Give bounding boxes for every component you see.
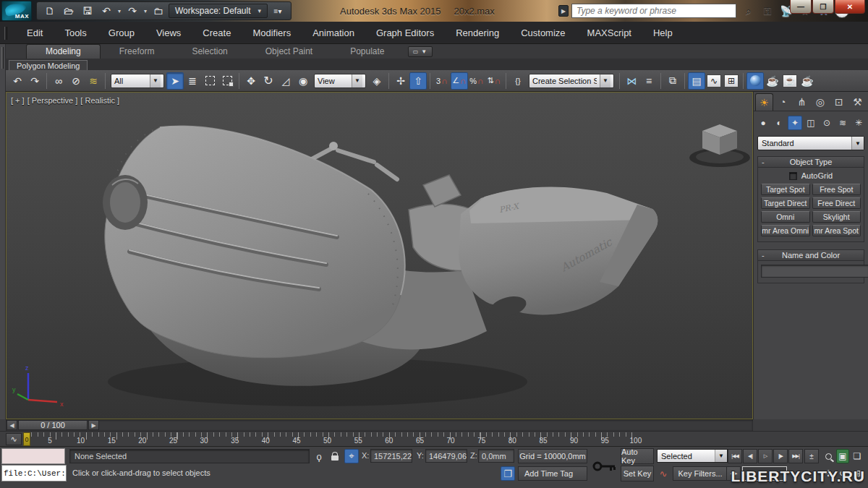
autogrid-checkbox[interactable] — [789, 172, 797, 180]
ribbon-tab-selection[interactable]: Selection — [173, 45, 246, 59]
isolate-selection-icon[interactable]: ❐ — [501, 466, 515, 481]
search-icon[interactable]: ⌕ — [741, 3, 757, 19]
named-selection-set-dropdown[interactable]: Create Selection Se ▼ — [529, 74, 614, 88]
menu-item[interactable]: Customize — [510, 22, 576, 43]
ribbon-overflow-icon[interactable]: ▭ ▼ — [408, 46, 433, 57]
space-warps-category-icon[interactable]: ≋ — [835, 116, 850, 130]
open-file-icon[interactable]: 🗁 — [60, 3, 77, 19]
undo-flyout-caret[interactable]: ▾ — [116, 8, 122, 14]
window-crossing-icon[interactable] — [218, 72, 236, 90]
modify-tab-icon[interactable]: ◔ — [774, 93, 792, 111]
time-slider-button[interactable]: 0 / 100 — [18, 420, 88, 430]
motion-tab-icon[interactable]: ◎ — [812, 93, 830, 111]
select-and-link-icon[interactable]: ∞ — [50, 72, 67, 90]
track-bar[interactable]: ∿ 51015202530354045505560657075808590951… — [0, 431, 868, 447]
select-and-manipulate-icon[interactable]: ◉ — [294, 72, 312, 90]
schematic-view-icon[interactable]: ⊞ — [723, 72, 740, 90]
key-filters-button[interactable]: Key Filters... — [673, 466, 728, 481]
align-icon[interactable]: ≡ — [640, 72, 658, 90]
redo-flyout-caret[interactable]: ▾ — [142, 8, 148, 14]
add-time-tag-button[interactable]: Add Time Tag — [518, 466, 587, 481]
skylight-button[interactable]: Skylight — [812, 211, 861, 223]
free-spot-button[interactable]: Free Spot — [812, 184, 861, 195]
spinner-snap-toggle-icon[interactable]: ⇅∩ — [485, 72, 503, 90]
minimize-button[interactable]: — — [790, 0, 812, 14]
scene-explorer-toggle-icon[interactable]: ▤ — [688, 72, 705, 90]
play-button[interactable]: ▷ — [758, 449, 773, 463]
search-input[interactable] — [576, 6, 731, 16]
menu-item[interactable]: Rendering — [445, 22, 510, 43]
mirror-icon[interactable]: ⋈ — [623, 72, 640, 90]
material-editor-icon[interactable] — [746, 72, 764, 90]
layer-manager-icon[interactable]: ⧉ — [664, 72, 681, 90]
workspace-menu-icon[interactable]: ≡▾ — [269, 3, 286, 19]
geometry-category-icon[interactable]: ● — [756, 116, 770, 130]
maxscript-mini-listener[interactable] — [1, 448, 65, 464]
percent-snap-toggle-icon[interactable]: %∩ — [468, 72, 485, 90]
target-spot-button[interactable]: Target Spot — [761, 184, 810, 195]
ribbon-tab-object-paint[interactable]: Object Paint — [247, 45, 331, 59]
app-logo[interactable]: MAX — [1, 1, 32, 21]
mr-area-spot-button[interactable]: mr Area Spot — [812, 225, 861, 236]
go-to-start-button[interactable]: |◀◀ — [728, 449, 742, 463]
transform-type-in-icon[interactable]: ⌖ — [344, 449, 359, 463]
infocenter-collapse-icon[interactable]: ▶ — [558, 5, 569, 17]
free-direct-button[interactable]: Free Direct — [812, 197, 861, 209]
adaptive-degradation-bulb-icon[interactable]: ϙ — [312, 449, 326, 463]
undo-icon[interactable]: ↶ — [9, 72, 26, 90]
render-setup-icon[interactable]: ☕ — [764, 72, 781, 90]
perspective-viewport[interactable]: Automatic PR-X — [6, 92, 753, 419]
zoom-extents-icon[interactable]: ▣ — [836, 449, 849, 463]
menu-item[interactable]: Animation — [302, 22, 365, 43]
z-coordinate-field[interactable]: 0,0mm — [478, 449, 514, 463]
select-and-move-icon[interactable]: ✥ — [242, 72, 260, 90]
lights-category-icon[interactable]: ✦ — [788, 116, 802, 130]
rectangular-selection-region-icon[interactable] — [201, 72, 218, 90]
zoom-icon[interactable] — [822, 449, 835, 463]
hierarchy-tab-icon[interactable]: ⋔ — [793, 93, 811, 111]
sign-in-key-icon[interactable]: ⚿ — [760, 3, 775, 19]
object-name-input[interactable] — [761, 265, 868, 278]
y-coordinate-field[interactable]: 146479,06 — [425, 449, 467, 463]
previous-frame-button[interactable]: ◀|| — [743, 449, 757, 463]
menu-item[interactable]: Graph Editors — [365, 22, 445, 43]
name-color-rollout-header[interactable]: - Name and Color — [758, 250, 864, 261]
time-slider-track[interactable]: ◀ 0 / 100 ▶ — [6, 419, 753, 431]
menu-item[interactable]: Views — [145, 22, 192, 43]
omni-button[interactable]: Omni — [761, 211, 810, 223]
systems-category-icon[interactable]: ✳ — [851, 116, 866, 130]
key-mode-dropdown[interactable]: Selected ▼ — [657, 449, 728, 463]
redo-icon[interactable]: ↷ — [124, 3, 141, 19]
restore-button[interactable]: ❐ — [812, 0, 834, 14]
auto-key-button[interactable]: Auto Key — [621, 448, 654, 464]
shapes-category-icon[interactable]: ◐ — [772, 116, 786, 130]
set-key-button[interactable]: Set Key — [621, 466, 654, 481]
menu-item[interactable]: MAXScript — [576, 22, 642, 43]
curve-editor-icon[interactable]: ∿ — [705, 72, 723, 90]
viewport-menu-general[interactable]: [ + ] — [11, 96, 25, 105]
cameras-category-icon[interactable]: ◫ — [804, 116, 818, 130]
project-folder-icon[interactable]: 🗀 — [150, 3, 167, 19]
reference-coordinate-dropdown[interactable]: View ▼ — [314, 74, 366, 88]
previous-frame-arrow[interactable]: ◀ — [7, 420, 17, 430]
key-mode-toggle-icon[interactable]: ± — [804, 449, 819, 463]
unlink-selection-icon[interactable]: ⊘ — [67, 72, 85, 90]
menu-item[interactable]: Modifiers — [242, 22, 302, 43]
snaps-toggle-icon[interactable]: 3∩ — [433, 72, 451, 90]
viewport-menu-shading[interactable]: [ Realistic ] — [80, 96, 119, 105]
workspace-dropdown[interactable]: Workspace: Default ▾ — [169, 4, 268, 18]
select-and-rotate-icon[interactable]: ↻ — [260, 72, 277, 90]
menu-item[interactable]: Edit — [16, 22, 54, 43]
close-button[interactable]: ✕ — [835, 0, 865, 14]
save-file-icon[interactable]: 🖫 — [79, 3, 96, 19]
create-tab-icon[interactable]: ☀ — [755, 93, 773, 111]
x-coordinate-field[interactable]: 157215,22 — [370, 449, 412, 463]
selection-filter-dropdown[interactable]: All ▼ — [111, 74, 164, 88]
object-type-rollout-header[interactable]: - Object Type — [758, 157, 864, 168]
select-object-icon[interactable]: ➤ — [166, 72, 184, 90]
mini-curve-editor-icon[interactable]: ∿ — [6, 433, 22, 445]
viewport-menu-pov[interactable]: [ Perspective ] — [27, 96, 78, 105]
use-pivot-point-center-icon[interactable]: ◈ — [368, 72, 386, 90]
helpers-category-icon[interactable]: ⊙ — [820, 116, 834, 130]
select-and-scale-icon[interactable]: ◿ — [277, 72, 294, 90]
